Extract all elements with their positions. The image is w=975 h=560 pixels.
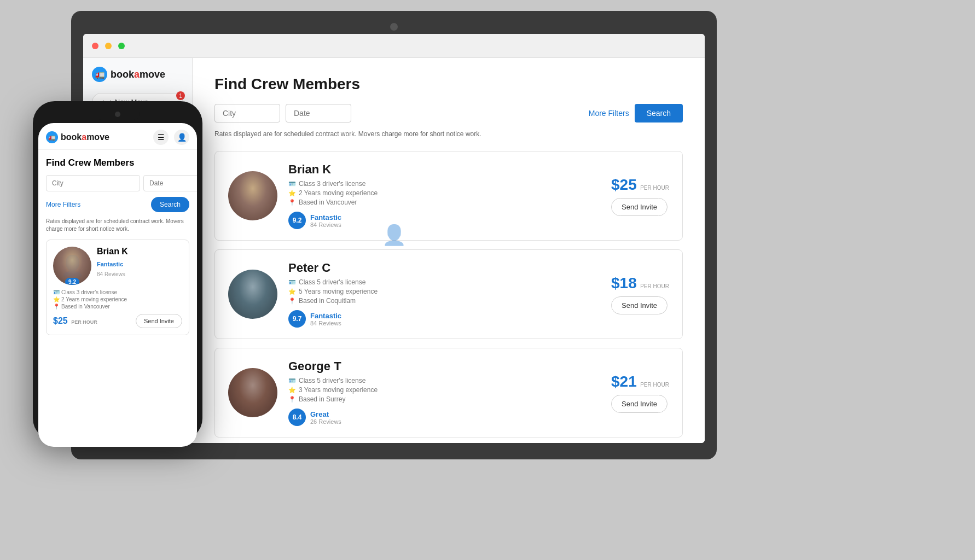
phone-crew-photo: 👤 9.2 — [53, 247, 91, 285]
phone-license-detail: 🪪 Class 3 driver's license — [53, 289, 182, 295]
phone-page-title: Find Crew Members — [46, 158, 189, 168]
license-icon: 🪪 — [53, 289, 60, 295]
laptop-content: Find Crew Members More Filters Search Ra… — [193, 58, 705, 443]
phone-search-button[interactable]: Search — [151, 197, 189, 212]
phone-city-input[interactable] — [46, 175, 140, 191]
phone-notch — [96, 109, 140, 120]
phone-content: Find Crew Members More Filters Search Ra… — [38, 150, 197, 447]
phone-date-input[interactable] — [143, 175, 197, 191]
phone-rating-badge: 9.2 — [65, 278, 79, 285]
phone-device: 🚛 bookamove ☰ 👤 Find Crew Members More F… — [33, 101, 202, 440]
phone-more-filters[interactable]: More Filters — [46, 201, 80, 208]
phone-rates-note: Rates displayed are for scheduled contra… — [46, 218, 189, 233]
phone-header-icons: ☰ 👤 — [153, 130, 189, 145]
experience-icon: ⭐ — [53, 296, 60, 302]
phone-crew-top: 👤 9.2 Brian K Fantastic 84 Reviews — [53, 247, 182, 285]
phone-filter-row: More Filters Search — [46, 197, 189, 212]
phone-send-invite-button[interactable]: Send Invite — [136, 314, 182, 328]
phone-search-row — [46, 175, 189, 191]
location-icon: 📍 — [53, 304, 60, 310]
crew-card: 👤 George T 🪪 Class 5 driver's license ⭐ … — [214, 348, 683, 438]
menu-icon[interactable]: ☰ — [153, 130, 169, 145]
phone-rating-label: Fantastic — [97, 261, 123, 267]
phone-crew-details: 🪪 Class 3 driver's license ⭐ 2 Years mov… — [53, 289, 182, 310]
phone-logo-icon: 🚛 — [46, 131, 58, 143]
face-overlay: 👤 — [228, 368, 277, 417]
phone-location-detail: 📍 Based in Vancouver — [53, 304, 182, 310]
phone-crew-name: Brian K — [97, 247, 182, 256]
phone-screen: 🚛 bookamove ☰ 👤 Find Crew Members More F… — [38, 123, 197, 447]
crew-photo: 👤 — [228, 368, 277, 417]
phone-crew-rating-text: Fantastic 84 Reviews — [97, 259, 182, 278]
phone-experience-detail: ⭐ 2 Years moving experience — [53, 296, 182, 302]
phone-crew-bottom: $25 PER HOUR Send Invite — [53, 314, 182, 328]
phone-crew-info: Brian K Fantastic 84 Reviews — [97, 247, 182, 278]
phone-logo: 🚛 bookamove — [46, 131, 109, 143]
phone-header: 🚛 bookamove ☰ 👤 — [38, 123, 197, 150]
phone-crew-card: 👤 9.2 Brian K Fantastic 84 Reviews — [46, 240, 189, 335]
crew-cards-container: 👤 Brian K 🪪 Class 3 driver's license ⭐ 2… — [214, 151, 683, 438]
phone-reviews-count: 84 Reviews — [97, 271, 125, 277]
phone-logo-text: bookamove — [61, 132, 109, 142]
user-icon[interactable]: 👤 — [174, 130, 189, 145]
phone-price: $25 PER HOUR — [53, 316, 97, 326]
